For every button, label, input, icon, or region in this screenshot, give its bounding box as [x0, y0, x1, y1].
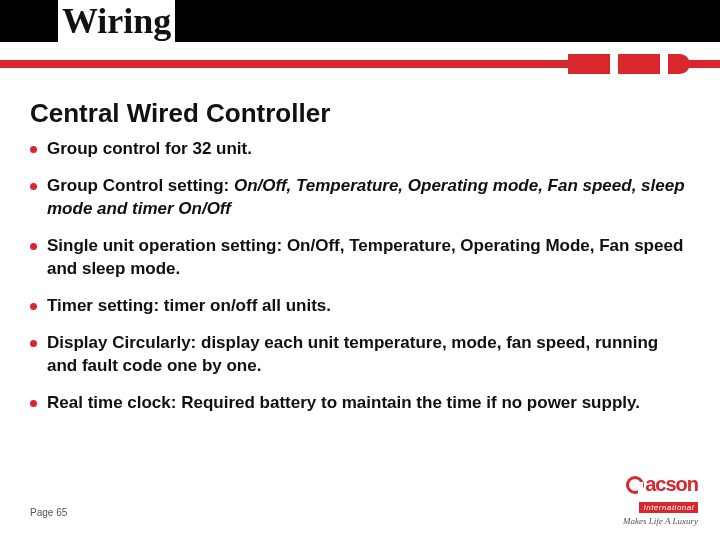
list-item-text: Group Control setting: On/Off, Temperatu… [47, 175, 690, 221]
slide: Wiring Central Wired Controller Group co… [0, 0, 720, 540]
bold-text: Group control for 32 unit. [47, 139, 252, 158]
list-item: Group control for 32 unit. [30, 138, 690, 161]
bold-text: Group Control setting: [47, 176, 234, 195]
logo-subtext: International [639, 502, 698, 513]
bullet-icon [30, 243, 37, 250]
bullet-icon [30, 303, 37, 310]
list-item-text: Display Circularly: display each unit te… [47, 332, 690, 378]
list-item-text: Timer setting: timer on/off all units. [47, 295, 331, 318]
divider-segment [618, 54, 660, 74]
bullet-icon [30, 183, 37, 190]
bold-text: Single unit operation setting: On/Off, T… [47, 236, 683, 278]
section-heading: Central Wired Controller [30, 98, 330, 129]
bold-text: Timer setting: timer on/off all units. [47, 296, 331, 315]
logo-tagline: Makes Life A Luxury [623, 516, 698, 526]
divider-gap [610, 54, 618, 74]
bold-text: Display Circularly: display each unit te… [47, 333, 658, 375]
list-item-text: Real time clock: Required battery to mai… [47, 392, 640, 415]
list-item-text: Single unit operation setting: On/Off, T… [47, 235, 690, 281]
brand-logo: acson International Makes Life A Luxury [623, 473, 698, 526]
page-title: Wiring [58, 0, 175, 44]
list-item: Real time clock: Required battery to mai… [30, 392, 690, 415]
red-divider [0, 54, 720, 76]
divider-segment [568, 54, 610, 74]
divider-gap [660, 54, 668, 74]
list-item: Display Circularly: display each unit te… [30, 332, 690, 378]
page-number: Page 65 [30, 507, 67, 518]
logo-text: acson [645, 473, 698, 496]
logo-wordmark: acson [623, 473, 698, 496]
list-item: Single unit operation setting: On/Off, T… [30, 235, 690, 281]
bullet-list: Group control for 32 unit. Group Control… [30, 138, 690, 428]
bullet-icon [30, 340, 37, 347]
bullet-icon [30, 146, 37, 153]
logo-mark-icon [626, 476, 644, 494]
bullet-icon [30, 400, 37, 407]
list-item: Timer setting: timer on/off all units. [30, 295, 690, 318]
list-item-text: Group control for 32 unit. [47, 138, 252, 161]
list-item: Group Control setting: On/Off, Temperatu… [30, 175, 690, 221]
bold-text: Real time clock: Required battery to mai… [47, 393, 640, 412]
divider-segment-end [668, 54, 690, 74]
